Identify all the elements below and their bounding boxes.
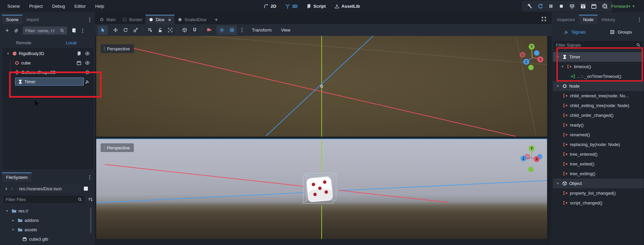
collapse-icon[interactable] [555, 55, 560, 59]
remote-debug-button[interactable] [569, 3, 575, 9]
fs-row-assets[interactable]: assets [3, 225, 92, 234]
menu-debug[interactable]: Debug [48, 0, 69, 12]
eye-icon[interactable] [85, 60, 90, 65]
fs-row-addons[interactable]: addons [3, 215, 92, 225]
scene-tree-menu-icon[interactable] [82, 30, 83, 31]
scene-tab-scaleddice[interactable]: ScaledDice [174, 15, 210, 24]
menu-help[interactable]: Help [91, 0, 108, 12]
tab-history[interactable]: History [598, 15, 619, 24]
fs-row-cube3glb[interactable]: cube3.glb [3, 234, 92, 244]
tree-row-rigidbody3d[interactable]: RigidBody3D [3, 49, 93, 58]
path-breadcrumb[interactable]: res://scenes/Dice.tscn [16, 185, 81, 193]
scene-tab-dice[interactable]: Dice [146, 15, 174, 24]
transform-menu[interactable]: Transform [247, 28, 276, 33]
remote-button[interactable]: Remote [0, 40, 48, 45]
workspace-3d-button[interactable]: 3D [282, 0, 301, 12]
dock-menu-icon[interactable] [639, 19, 640, 20]
preview-camera-button[interactable] [204, 26, 214, 35]
groups-tab-button[interactable]: Groups [598, 27, 644, 37]
menu-scene[interactable]: Scene [3, 0, 24, 12]
perspective-menu[interactable]: Perspective [101, 143, 134, 152]
signal-row[interactable]: property_list_changed() [553, 188, 644, 198]
signals-tab-button[interactable]: Signals [552, 27, 598, 37]
perspective-menu[interactable]: Perspective [101, 44, 134, 53]
expand-icon[interactable] [11, 218, 15, 222]
attach-script-icon[interactable] [71, 28, 77, 34]
workspace-assetlib-button[interactable]: AssetLib [332, 0, 363, 12]
rotate-mode-button[interactable] [120, 26, 130, 35]
group-selected-button[interactable] [165, 26, 175, 35]
collapse-icon[interactable] [5, 209, 9, 213]
menu-editor[interactable]: Editor [70, 0, 90, 12]
viewport-bottom[interactable]: Perspective [96, 139, 547, 240]
nav-back-icon[interactable] [5, 186, 7, 191]
tab-import[interactable]: Import [22, 15, 43, 24]
move-mode-button[interactable] [110, 26, 120, 35]
signal-connection-row[interactable]: .. :: _onTimerTimeout() [553, 71, 644, 81]
signal-row[interactable]: ready() [553, 120, 644, 130]
scene-tab-main[interactable]: Main [96, 15, 119, 24]
select-mode-button[interactable] [98, 26, 108, 35]
tree-row-cube[interactable]: cube [3, 58, 93, 67]
collapse-icon[interactable] [555, 84, 560, 88]
close-tab-icon[interactable] [168, 17, 171, 22]
play-scene-button[interactable] [580, 3, 586, 9]
scale-mode-button[interactable] [130, 26, 141, 35]
fs-row-res[interactable]: res:// [3, 206, 92, 215]
file-sort-icon[interactable] [88, 197, 93, 202]
movie-maker-button[interactable] [602, 3, 608, 9]
eye-icon[interactable] [85, 70, 90, 75]
build-button[interactable] [527, 3, 532, 9]
viewport-top[interactable]: Perspective Y X Z [96, 36, 547, 137]
signal-row[interactable]: replacing_by(node: Node) [553, 140, 644, 149]
signal-row[interactable]: renamed() [553, 130, 644, 140]
signal-row[interactable]: child_exiting_tree(node: Node) [553, 101, 644, 110]
signal-row[interactable]: child_entered_tree(node: No... [553, 91, 644, 101]
toggle-lights-button[interactable] [217, 26, 227, 35]
lock-selected-button[interactable] [155, 26, 165, 35]
dice-mesh-selected[interactable] [301, 171, 341, 206]
menu-project[interactable]: Project [25, 0, 47, 12]
axis-gizmo[interactable]: Y X Z [518, 42, 544, 71]
expand-viewport-icon[interactable] [541, 16, 546, 21]
viewport-extras-menu-icon[interactable] [241, 30, 243, 31]
collapse-icon[interactable] [560, 65, 565, 68]
local-button[interactable]: Local [48, 40, 95, 45]
snap-toggle-button[interactable] [190, 26, 200, 35]
renderer-selector[interactable]: Forward+ [611, 0, 634, 12]
collapse-icon[interactable] [6, 52, 10, 55]
workspace-2d-button[interactable]: 2D [261, 0, 279, 12]
view-menu[interactable]: View [276, 28, 295, 33]
tab-scene[interactable]: Scene [2, 15, 22, 24]
new-scene-tab-icon[interactable] [215, 17, 218, 22]
collapse-icon[interactable] [555, 182, 560, 185]
filesystem-menu-icon[interactable] [89, 177, 90, 178]
add-node-icon[interactable] [5, 28, 9, 34]
scene-tab-border[interactable]: Border [119, 15, 146, 24]
signal-section-object[interactable]: Object [553, 179, 644, 188]
eye-icon[interactable] [85, 51, 90, 56]
list-select-button[interactable] [145, 26, 155, 35]
signal-section-timer[interactable]: Timer [553, 52, 644, 62]
instanced-scene-icon[interactable] [76, 60, 82, 65]
signal-connected-icon[interactable] [85, 79, 90, 84]
local-space-button[interactable] [179, 26, 190, 35]
stop-button[interactable] [559, 4, 564, 9]
pause-button[interactable] [548, 4, 553, 9]
signal-row[interactable]: tree_exited() [553, 159, 644, 169]
reload-button[interactable] [538, 3, 543, 9]
tab-inspector[interactable]: Inspector [553, 15, 579, 24]
workspace-script-button[interactable]: Script [304, 0, 328, 12]
signal-row[interactable]: child_order_changed() [553, 110, 644, 120]
signal-row[interactable]: tree_entered() [553, 149, 644, 159]
signal-row-timeout[interactable]: timeout() [553, 62, 644, 71]
toggle-split-mode-icon[interactable] [84, 187, 88, 191]
axis-gizmo[interactable]: Y Z X [518, 145, 544, 172]
tree-row-timer[interactable]: Timer [3, 77, 93, 86]
tab-node[interactable]: Node [579, 15, 597, 24]
play-custom-scene-button[interactable] [591, 3, 597, 9]
toggle-environment-button[interactable] [227, 26, 237, 35]
filter-files-input[interactable]: Filter Files [3, 195, 85, 204]
signal-row[interactable]: script_changed() [553, 198, 644, 208]
collapse-icon[interactable] [11, 228, 15, 232]
